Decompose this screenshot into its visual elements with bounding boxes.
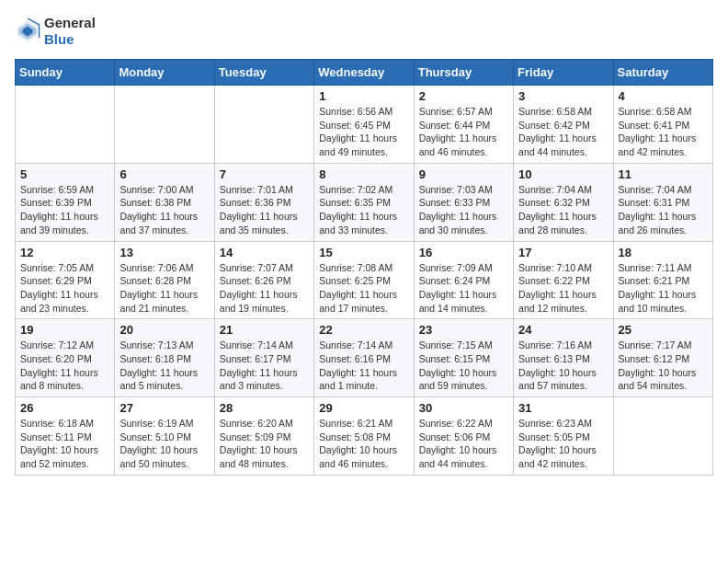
- calendar-cell: 23Sunrise: 7:15 AM Sunset: 6:15 PM Dayli…: [414, 319, 513, 397]
- calendar-week-1: 1Sunrise: 6:56 AM Sunset: 6:45 PM Daylig…: [16, 86, 713, 164]
- day-number: 25: [619, 323, 708, 337]
- day-number: 11: [619, 167, 708, 181]
- day-info: Sunrise: 7:11 AM Sunset: 6:21 PM Dayligh…: [619, 261, 708, 316]
- calendar-cell: 24Sunrise: 7:16 AM Sunset: 6:13 PM Dayli…: [514, 319, 613, 397]
- calendar-cell: 28Sunrise: 6:20 AM Sunset: 5:09 PM Dayli…: [214, 397, 313, 476]
- day-info: Sunrise: 6:18 AM Sunset: 5:11 PM Dayligh…: [20, 417, 109, 471]
- calendar-week-3: 12Sunrise: 7:05 AM Sunset: 6:29 PM Dayli…: [16, 241, 713, 319]
- day-number: 24: [518, 323, 608, 337]
- day-info: Sunrise: 7:00 AM Sunset: 6:38 PM Dayligh…: [119, 183, 209, 237]
- day-number: 3: [518, 89, 608, 103]
- day-info: Sunrise: 7:03 AM Sunset: 6:33 PM Dayligh…: [419, 183, 508, 237]
- day-info: Sunrise: 7:12 AM Sunset: 6:20 PM Dayligh…: [20, 339, 109, 393]
- calendar-cell: [115, 86, 214, 164]
- day-info: Sunrise: 6:56 AM Sunset: 6:45 PM Dayligh…: [319, 105, 408, 159]
- day-info: Sunrise: 6:57 AM Sunset: 6:44 PM Dayligh…: [419, 105, 508, 159]
- calendar-cell: 11Sunrise: 7:04 AM Sunset: 6:31 PM Dayli…: [613, 163, 712, 241]
- weekday-header-friday: Friday: [514, 60, 613, 86]
- calendar-week-4: 19Sunrise: 7:12 AM Sunset: 6:20 PM Dayli…: [16, 319, 713, 397]
- day-info: Sunrise: 6:58 AM Sunset: 6:41 PM Dayligh…: [619, 105, 708, 159]
- calendar-cell: 14Sunrise: 7:07 AM Sunset: 6:26 PM Dayli…: [214, 241, 313, 319]
- calendar-cell: 4Sunrise: 6:58 AM Sunset: 6:41 PM Daylig…: [613, 86, 712, 164]
- page-header: General Blue: [15, 15, 713, 48]
- day-info: Sunrise: 7:01 AM Sunset: 6:36 PM Dayligh…: [220, 183, 309, 237]
- day-info: Sunrise: 6:59 AM Sunset: 6:39 PM Dayligh…: [20, 183, 109, 237]
- day-number: 19: [20, 323, 109, 337]
- day-number: 13: [119, 246, 209, 259]
- day-info: Sunrise: 6:19 AM Sunset: 5:10 PM Dayligh…: [119, 417, 209, 471]
- day-number: 16: [419, 246, 508, 259]
- day-number: 21: [220, 323, 309, 337]
- calendar-cell: 27Sunrise: 6:19 AM Sunset: 5:10 PM Dayli…: [115, 397, 214, 476]
- day-info: Sunrise: 7:16 AM Sunset: 6:13 PM Dayligh…: [518, 339, 608, 393]
- day-number: 31: [518, 401, 608, 415]
- calendar-cell: 10Sunrise: 7:04 AM Sunset: 6:32 PM Dayli…: [514, 163, 613, 241]
- day-info: Sunrise: 7:07 AM Sunset: 6:26 PM Dayligh…: [220, 261, 309, 316]
- day-number: 7: [220, 167, 309, 181]
- day-info: Sunrise: 6:22 AM Sunset: 5:06 PM Dayligh…: [419, 417, 508, 471]
- day-info: Sunrise: 7:14 AM Sunset: 6:17 PM Dayligh…: [220, 339, 309, 393]
- calendar-week-2: 5Sunrise: 6:59 AM Sunset: 6:39 PM Daylig…: [16, 163, 713, 241]
- logo: General Blue: [15, 15, 96, 48]
- day-number: 30: [419, 401, 508, 415]
- day-number: 1: [319, 89, 408, 103]
- day-info: Sunrise: 7:10 AM Sunset: 6:22 PM Dayligh…: [518, 261, 608, 316]
- calendar-cell: [16, 86, 115, 164]
- calendar-cell: 31Sunrise: 6:23 AM Sunset: 5:05 PM Dayli…: [514, 397, 613, 476]
- day-number: 27: [119, 401, 209, 415]
- weekday-header-monday: Monday: [115, 60, 214, 86]
- day-info: Sunrise: 6:20 AM Sunset: 5:09 PM Dayligh…: [220, 417, 309, 471]
- calendar-cell: 21Sunrise: 7:14 AM Sunset: 6:17 PM Dayli…: [214, 319, 313, 397]
- day-number: 20: [119, 323, 209, 337]
- day-number: 14: [220, 246, 309, 259]
- calendar-cell: 25Sunrise: 7:17 AM Sunset: 6:12 PM Dayli…: [613, 319, 712, 397]
- weekday-header-tuesday: Tuesday: [214, 60, 313, 86]
- calendar-cell: 20Sunrise: 7:13 AM Sunset: 6:18 PM Dayli…: [115, 319, 214, 397]
- weekday-header-saturday: Saturday: [613, 60, 712, 86]
- day-info: Sunrise: 7:17 AM Sunset: 6:12 PM Dayligh…: [619, 339, 708, 393]
- calendar-cell: 18Sunrise: 7:11 AM Sunset: 6:21 PM Dayli…: [613, 241, 712, 319]
- logo-blue: Blue: [44, 31, 74, 47]
- day-number: 8: [319, 167, 408, 181]
- day-number: 22: [319, 323, 408, 337]
- calendar-cell: 9Sunrise: 7:03 AM Sunset: 6:33 PM Daylig…: [414, 163, 513, 241]
- weekday-header-thursday: Thursday: [414, 60, 513, 86]
- calendar-cell: 17Sunrise: 7:10 AM Sunset: 6:22 PM Dayli…: [514, 241, 613, 319]
- day-info: Sunrise: 7:06 AM Sunset: 6:28 PM Dayligh…: [119, 261, 209, 316]
- calendar-cell: 5Sunrise: 6:59 AM Sunset: 6:39 PM Daylig…: [16, 163, 115, 241]
- day-info: Sunrise: 7:15 AM Sunset: 6:15 PM Dayligh…: [419, 339, 508, 393]
- day-info: Sunrise: 7:04 AM Sunset: 6:31 PM Dayligh…: [619, 183, 708, 237]
- logo-text: General Blue: [44, 15, 96, 48]
- calendar-cell: 2Sunrise: 6:57 AM Sunset: 6:44 PM Daylig…: [414, 86, 513, 164]
- day-number: 9: [419, 167, 508, 181]
- calendar-cell: 16Sunrise: 7:09 AM Sunset: 6:24 PM Dayli…: [414, 241, 513, 319]
- day-info: Sunrise: 7:05 AM Sunset: 6:29 PM Dayligh…: [20, 261, 109, 316]
- day-info: Sunrise: 6:21 AM Sunset: 5:08 PM Dayligh…: [319, 417, 408, 471]
- day-number: 29: [319, 401, 408, 415]
- calendar-cell: [613, 397, 712, 476]
- calendar-cell: 30Sunrise: 6:22 AM Sunset: 5:06 PM Dayli…: [414, 397, 513, 476]
- logo-general: General: [44, 15, 96, 30]
- calendar-cell: 12Sunrise: 7:05 AM Sunset: 6:29 PM Dayli…: [16, 241, 115, 319]
- weekday-header-wednesday: Wednesday: [314, 60, 414, 86]
- calendar-cell: 7Sunrise: 7:01 AM Sunset: 6:36 PM Daylig…: [214, 163, 313, 241]
- calendar-cell: 15Sunrise: 7:08 AM Sunset: 6:25 PM Dayli…: [314, 241, 414, 319]
- day-number: 26: [20, 401, 109, 415]
- calendar-cell: 22Sunrise: 7:14 AM Sunset: 6:16 PM Dayli…: [314, 319, 414, 397]
- day-info: Sunrise: 6:58 AM Sunset: 6:42 PM Dayligh…: [518, 105, 608, 159]
- day-number: 12: [20, 246, 109, 259]
- day-number: 17: [518, 246, 608, 259]
- day-number: 6: [119, 167, 209, 181]
- day-number: 28: [220, 401, 309, 415]
- day-number: 18: [619, 246, 708, 259]
- calendar-week-5: 26Sunrise: 6:18 AM Sunset: 5:11 PM Dayli…: [16, 397, 713, 476]
- day-info: Sunrise: 7:14 AM Sunset: 6:16 PM Dayligh…: [319, 339, 408, 393]
- calendar-cell: 6Sunrise: 7:00 AM Sunset: 6:38 PM Daylig…: [115, 163, 214, 241]
- calendar-cell: [214, 86, 313, 164]
- calendar-cell: 29Sunrise: 6:21 AM Sunset: 5:08 PM Dayli…: [314, 397, 414, 476]
- day-info: Sunrise: 7:09 AM Sunset: 6:24 PM Dayligh…: [419, 261, 508, 316]
- day-number: 4: [619, 89, 708, 103]
- logo-icon: [15, 18, 40, 44]
- calendar-cell: 3Sunrise: 6:58 AM Sunset: 6:42 PM Daylig…: [514, 86, 613, 164]
- weekday-header-sunday: Sunday: [16, 60, 115, 86]
